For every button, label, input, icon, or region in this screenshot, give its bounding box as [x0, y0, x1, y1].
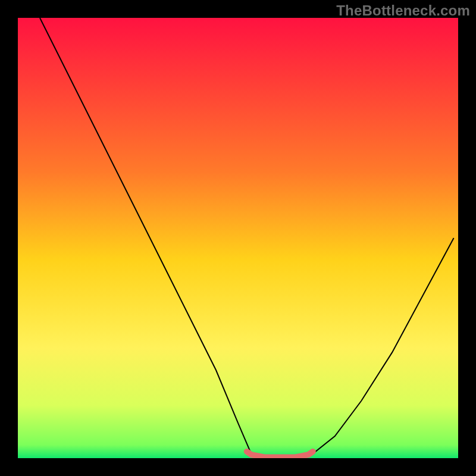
bottleneck-chart [18, 18, 458, 458]
gradient-background [18, 18, 458, 458]
watermark-text: TheBottleneck.com [336, 2, 470, 19]
chart-frame: TheBottleneck.com [0, 0, 476, 476]
